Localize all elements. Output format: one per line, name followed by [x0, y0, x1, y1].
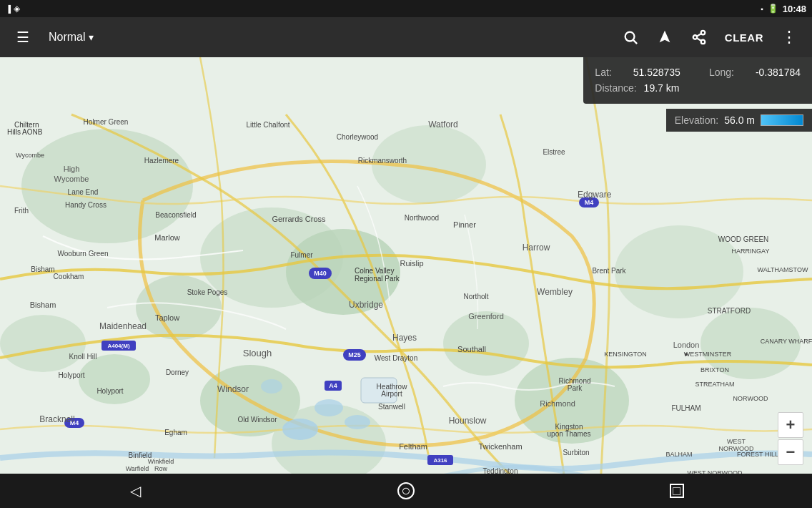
svg-point-14: [443, 311, 529, 376]
svg-text:Dorney: Dorney: [166, 368, 189, 376]
elevation-overlay: Elevation: 56.0 m: [666, 109, 812, 132]
more-icon: ⋮: [781, 28, 798, 47]
svg-text:STRATFORD: STRATFORD: [708, 307, 751, 315]
svg-text:Northolt: Northolt: [463, 293, 488, 301]
svg-point-21: [282, 419, 318, 440]
navigation-icon: [657, 29, 673, 45]
svg-text:London: London: [673, 341, 700, 349]
time-display: 10:48: [783, 4, 806, 14]
map-container[interactable]: M40 M25 A4 M4 A404(M) A316 M3 M4 Little …: [0, 57, 812, 508]
distance-value: 19.7 km: [644, 82, 680, 94]
svg-text:WEST: WEST: [727, 438, 746, 445]
svg-text:WESTMINSTER: WESTMINSTER: [684, 351, 732, 358]
svg-text:Edgware: Edgware: [578, 190, 612, 200]
menu-icon: ☰: [16, 29, 29, 46]
svg-text:Hills AONB: Hills AONB: [7, 128, 43, 136]
svg-text:Stoke Poges: Stoke Poges: [187, 288, 228, 296]
svg-text:Rickmansworth: Rickmansworth: [358, 157, 407, 165]
svg-text:Slough: Slough: [243, 348, 272, 358]
info-overlay: Lat: 51.528735 Long: -0.381784 Distance:…: [583, 57, 812, 104]
svg-text:Bisham: Bisham: [31, 265, 54, 273]
svg-text:Southall: Southall: [457, 345, 486, 353]
elevation-bar: [761, 114, 803, 126]
svg-text:BALHAM: BALHAM: [665, 451, 692, 458]
svg-point-24: [261, 379, 282, 394]
share-icon: [691, 29, 707, 45]
svg-point-2: [701, 31, 705, 35]
svg-text:Stanwell: Stanwell: [378, 403, 405, 411]
svg-text:Hounslow: Hounslow: [449, 416, 487, 426]
svg-text:Chorleywood: Chorleywood: [337, 133, 378, 141]
wifi-icon: ◈: [14, 4, 20, 14]
distance-label: Distance:: [595, 82, 636, 94]
toolbar: ☰ Normal ▾ CLEAR ⋮: [0, 17, 812, 57]
svg-text:M4: M4: [585, 199, 594, 206]
search-button[interactable]: [616, 23, 645, 52]
lat-value: 51.528735: [633, 64, 680, 80]
svg-text:Pinner: Pinner: [453, 220, 476, 229]
svg-text:Maidenhead: Maidenhead: [99, 321, 147, 331]
clear-label: CLEAR: [725, 31, 763, 44]
svg-text:Bracknell: Bracknell: [39, 414, 74, 424]
svg-text:upon Thames: upon Thames: [548, 430, 591, 438]
svg-text:HARRINGAY: HARRINGAY: [732, 248, 770, 255]
status-bar: ▐ ◈ ▪ 🔋 10:48: [0, 0, 812, 17]
signal-icon: ▐: [6, 5, 11, 13]
svg-text:Richmond: Richmond: [540, 399, 575, 408]
home-button[interactable]: ○: [385, 477, 427, 505]
svg-text:Wycombe: Wycombe: [16, 152, 44, 159]
svg-text:Taplow: Taplow: [155, 313, 179, 322]
menu-button[interactable]: ☰: [9, 23, 37, 52]
svg-text:Hayes: Hayes: [392, 333, 417, 343]
svg-text:Colne Valley: Colne Valley: [355, 267, 394, 275]
svg-text:Wycombe: Wycombe: [54, 175, 89, 183]
recents-button[interactable]: □: [655, 477, 698, 505]
share-button[interactable]: [685, 23, 713, 52]
clear-button[interactable]: CLEAR: [719, 23, 769, 52]
elevation-label: Elevation:: [675, 114, 718, 126]
svg-text:Park: Park: [568, 384, 583, 392]
svg-text:Marlow: Marlow: [154, 233, 180, 242]
svg-text:Knoll Hill: Knoll Hill: [69, 353, 97, 361]
svg-text:Northwood: Northwood: [405, 214, 439, 222]
svg-text:Holyport: Holyport: [58, 371, 84, 379]
back-button[interactable]: ◁: [114, 477, 157, 505]
svg-text:Row: Row: [154, 465, 168, 472]
svg-text:Feltham: Feltham: [399, 442, 427, 451]
svg-text:WALTHAMSTOW: WALTHAMSTOW: [758, 266, 808, 273]
dropdown-icon: ▾: [89, 31, 94, 43]
svg-text:A4: A4: [329, 382, 337, 389]
svg-text:Lane End: Lane End: [68, 188, 99, 196]
svg-text:A404(M): A404(M): [107, 343, 129, 349]
svg-point-8: [21, 129, 193, 243]
svg-text:KENSINGTON: KENSINGTON: [604, 351, 646, 358]
zoom-in-button[interactable]: +: [778, 412, 803, 438]
svg-text:Wembley: Wembley: [537, 287, 573, 297]
svg-text:BRIXTON: BRIXTON: [700, 366, 729, 373]
svg-text:FULHAM: FULHAM: [671, 404, 700, 412]
search-icon: [623, 29, 638, 45]
svg-text:WOOD GREEN: WOOD GREEN: [718, 235, 769, 243]
svg-text:Little Chalfont: Little Chalfont: [246, 121, 289, 129]
elevation-value: 56.0 m: [724, 114, 755, 126]
lat-label: Lat:: [595, 64, 611, 80]
svg-text:Warfield: Warfield: [126, 465, 149, 472]
zoom-out-button[interactable]: −: [778, 439, 803, 465]
svg-text:Hazlemere: Hazlemere: [144, 157, 179, 165]
svg-text:A316: A316: [433, 457, 447, 464]
svg-text:Egham: Egham: [164, 429, 187, 436]
svg-text:Handy Cross: Handy Cross: [65, 201, 107, 209]
svg-text:Harrow: Harrow: [523, 243, 550, 253]
svg-text:Gerrards Cross: Gerrards Cross: [272, 215, 326, 223]
svg-text:Windsor: Windsor: [217, 384, 249, 394]
navigation-bar: ◁ ○ □: [0, 474, 812, 508]
svg-line-1: [633, 40, 637, 44]
sim-icon: ▪: [761, 5, 763, 13]
svg-text:Watford: Watford: [428, 119, 458, 130]
more-button[interactable]: ⋮: [775, 23, 803, 52]
map-type-selector[interactable]: Normal ▾: [43, 28, 99, 47]
navigation-button[interactable]: [650, 23, 679, 52]
long-label: Long:: [709, 64, 734, 80]
svg-line-5: [697, 38, 701, 41]
map-type-label: Normal: [49, 31, 86, 44]
